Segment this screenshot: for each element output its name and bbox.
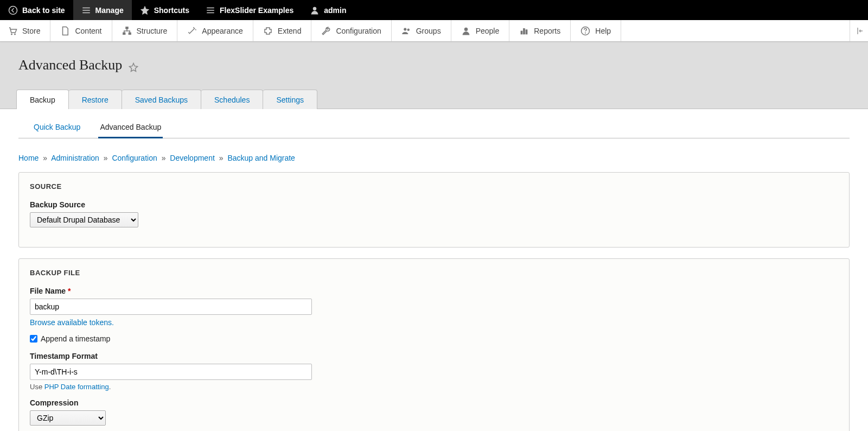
- menu-store[interactable]: Store: [0, 20, 50, 41]
- toolbar-collapse[interactable]: [850, 20, 868, 41]
- menu-content-label: Content: [75, 27, 101, 35]
- svg-point-1: [313, 7, 316, 10]
- file-name-input[interactable]: [30, 299, 312, 315]
- favorite-star-icon[interactable]: [129, 62, 138, 72]
- backup-file-legend: BACKUP FILE: [30, 269, 838, 277]
- admin-menu: Store Content Structure Appearance Exten…: [0, 20, 868, 42]
- menu-appearance[interactable]: Appearance: [177, 20, 253, 41]
- menu-help[interactable]: Help: [571, 20, 621, 41]
- shortcuts-label: Shortcuts: [154, 6, 189, 15]
- tab-backup[interactable]: Backup: [16, 90, 69, 109]
- tab-saved-backups[interactable]: Saved Backups: [122, 90, 201, 109]
- svg-point-7: [404, 28, 406, 30]
- svg-point-0: [9, 6, 17, 14]
- menu-configuration-label: Configuration: [336, 27, 381, 35]
- menu-help-label: Help: [595, 27, 611, 35]
- crumb-config[interactable]: Configuration: [112, 154, 157, 162]
- hamburger-icon: [206, 5, 215, 15]
- menu-groups[interactable]: Groups: [392, 20, 451, 41]
- page-header: Advanced Backup Backup Restore Saved Bac…: [0, 42, 868, 109]
- browse-tokens-link[interactable]: Browse available tokens.: [30, 318, 114, 327]
- user-label: admin: [324, 6, 346, 15]
- tab-restore[interactable]: Restore: [69, 90, 122, 109]
- file-name-label: File Name *: [30, 287, 838, 295]
- subtab-quick-backup[interactable]: Quick Backup: [32, 123, 82, 138]
- menu-extend[interactable]: Extend: [253, 20, 312, 41]
- back-to-site[interactable]: Back to site: [0, 0, 73, 20]
- append-timestamp-label[interactable]: Append a timestamp: [41, 334, 110, 343]
- menu-reports[interactable]: Reports: [509, 20, 571, 41]
- help-icon: [580, 26, 590, 36]
- svg-point-3: [14, 33, 15, 34]
- puzzle-icon: [263, 26, 273, 36]
- svg-rect-4: [125, 27, 128, 29]
- crumb-dev[interactable]: Development: [170, 154, 215, 162]
- svg-rect-11: [524, 28, 525, 34]
- user-icon: [310, 5, 320, 15]
- svg-rect-6: [129, 33, 131, 35]
- crumb-admin[interactable]: Administration: [51, 154, 99, 162]
- compression-select[interactable]: GZip: [30, 410, 106, 426]
- flexslider-label: FlexSlider Examples: [220, 6, 293, 15]
- menu-content[interactable]: Content: [50, 20, 112, 41]
- chart-icon: [519, 26, 529, 36]
- user-menu[interactable]: admin: [302, 0, 354, 20]
- menu-appearance-label: Appearance: [202, 27, 243, 35]
- menu-structure[interactable]: Structure: [112, 20, 178, 41]
- crumb-sep: »: [217, 154, 226, 162]
- svg-rect-5: [123, 33, 125, 35]
- crumb-sep: »: [101, 154, 110, 162]
- menu-configuration[interactable]: Configuration: [311, 20, 391, 41]
- append-timestamp-checkbox[interactable]: [30, 335, 37, 343]
- breadcrumb: Home » Administration » Configuration » …: [18, 154, 850, 162]
- menu-people-label: People: [476, 27, 500, 35]
- document-icon: [60, 26, 70, 36]
- menu-extend-label: Extend: [278, 27, 302, 35]
- svg-point-8: [407, 28, 410, 30]
- toolbar-top: Back to site Manage Shortcuts FlexSlider…: [0, 0, 868, 20]
- crumb-sep: »: [159, 154, 168, 162]
- wand-icon: [187, 26, 197, 36]
- svg-rect-10: [521, 31, 522, 34]
- wrench-icon: [321, 26, 331, 36]
- groups-icon: [401, 26, 411, 36]
- svg-point-14: [585, 33, 586, 34]
- backup-source-select[interactable]: Default Drupal Database: [30, 212, 138, 227]
- timestamp-format-label: Timestamp Format: [30, 352, 838, 360]
- back-to-site-label: Back to site: [22, 6, 65, 15]
- tab-schedules[interactable]: Schedules: [201, 90, 263, 109]
- fieldset-backup-file: BACKUP FILE File Name * Browse available…: [18, 258, 850, 431]
- source-legend: SOURCE: [30, 182, 838, 191]
- manage-menu[interactable]: Manage: [73, 0, 132, 20]
- chevron-left-circle-icon: [8, 5, 18, 15]
- hamburger-icon: [81, 5, 91, 15]
- menu-structure-label: Structure: [137, 27, 168, 35]
- php-date-formatting-link[interactable]: PHP Date formatting: [44, 383, 109, 391]
- page-title: Advanced Backup: [18, 57, 122, 73]
- svg-point-9: [464, 28, 468, 31]
- svg-rect-12: [526, 29, 527, 34]
- subtab-advanced-backup[interactable]: Advanced Backup: [98, 123, 163, 138]
- cart-icon: [8, 26, 17, 36]
- crumb-sep: »: [41, 154, 49, 162]
- timestamp-format-input[interactable]: [30, 364, 312, 380]
- star-icon: [140, 5, 150, 15]
- timestamp-format-desc: Use PHP Date formatting.: [30, 383, 838, 391]
- fieldset-source: SOURCE Backup Source Default Drupal Data…: [18, 172, 850, 248]
- svg-point-2: [11, 33, 12, 34]
- secondary-tabs: Quick Backup Advanced Backup: [18, 123, 850, 138]
- crumb-bam[interactable]: Backup and Migrate: [227, 154, 295, 162]
- manage-label: Manage: [95, 6, 124, 15]
- menu-people[interactable]: People: [451, 20, 510, 41]
- menu-reports-label: Reports: [534, 27, 560, 35]
- menu-groups-label: Groups: [416, 27, 441, 35]
- people-icon: [461, 26, 471, 36]
- backup-source-label: Backup Source: [30, 200, 838, 209]
- compression-label: Compression: [30, 398, 838, 407]
- menu-store-label: Store: [22, 27, 40, 35]
- flexslider-menu[interactable]: FlexSlider Examples: [197, 0, 302, 20]
- tab-settings[interactable]: Settings: [263, 90, 317, 109]
- shortcuts-menu[interactable]: Shortcuts: [132, 0, 197, 20]
- crumb-home[interactable]: Home: [18, 154, 39, 162]
- content: Quick Backup Advanced Backup Home » Admi…: [0, 109, 868, 431]
